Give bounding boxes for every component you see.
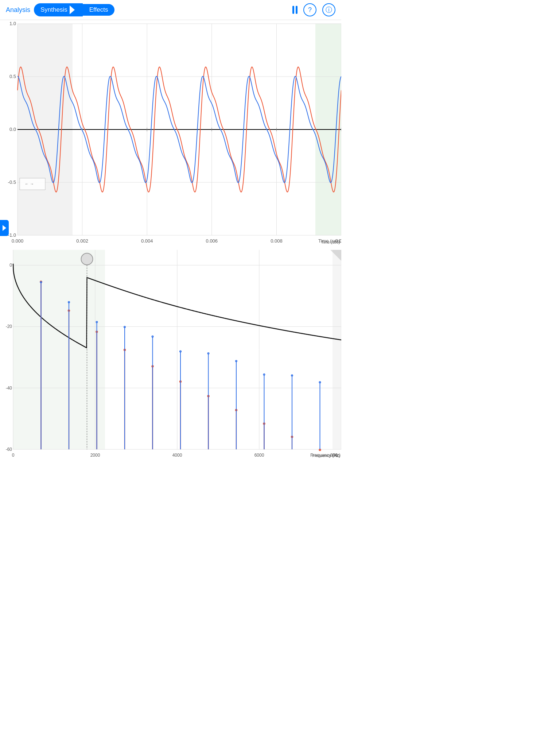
- frequency-section: Frequency (Hz): [0, 246, 341, 460]
- arrow-right-icon: [3, 225, 6, 231]
- info-button[interactable]: ⓘ: [322, 3, 335, 16]
- header-controls: ? ⓘ: [292, 3, 335, 16]
- effects-tab[interactable]: Effects: [81, 4, 115, 16]
- waveform-chart[interactable]: [0, 20, 341, 246]
- frequency-chart[interactable]: [0, 246, 341, 460]
- pause-bar-right: [296, 6, 298, 14]
- header: Analysis Synthesis Effects ? ⓘ: [0, 0, 341, 20]
- pause-bar-left: [292, 6, 294, 14]
- synthesis-tab[interactable]: Synthesis: [34, 3, 83, 16]
- pause-button[interactable]: [292, 6, 298, 14]
- analysis-tab[interactable]: Analysis: [6, 6, 30, 14]
- time-axis-label: Time (sec): [321, 240, 340, 244]
- scroll-arrow[interactable]: [0, 220, 9, 236]
- waveform-section: Time (sec): [0, 20, 341, 246]
- frequency-axis-label: Frequency (Hz): [312, 453, 340, 458]
- help-button[interactable]: ?: [303, 3, 316, 16]
- synthesis-arrow-icon: [70, 5, 75, 14]
